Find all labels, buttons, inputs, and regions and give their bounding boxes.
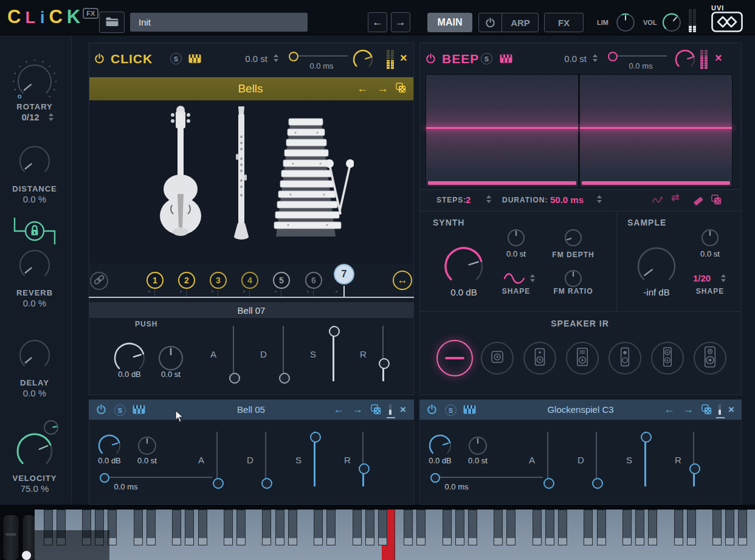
slot-button-6[interactable]: 6 [305, 272, 322, 289]
click-category-bar[interactable]: Bells ← → [89, 77, 413, 100]
slot-link-button[interactable] [90, 272, 108, 290]
layer2-sustain-slider[interactable] [641, 432, 649, 486]
slot-button-7-active[interactable]: 7 [334, 264, 354, 285]
volume-knob[interactable] [660, 11, 683, 36]
delay-knob[interactable] [18, 338, 52, 375]
push-sustain-slider[interactable] [329, 326, 337, 381]
push-release-slider[interactable] [379, 326, 387, 381]
velocity-value[interactable]: 75.0 % [0, 483, 69, 494]
randomize-curve-icon[interactable] [652, 196, 663, 207]
layer1-predelay-slider[interactable] [99, 473, 215, 482]
click-close-button[interactable]: × [400, 51, 407, 65]
layer1-prev-button[interactable]: ← [333, 403, 344, 416]
velocity-knob[interactable] [14, 430, 55, 474]
reverb-knob[interactable] [18, 248, 52, 285]
layer2-keyboard-icon[interactable] [463, 405, 476, 417]
layer1-name[interactable]: Bell 05 [182, 404, 320, 415]
duration-stepper[interactable] [597, 195, 602, 203]
sample-pitch-knob[interactable] [700, 227, 720, 251]
sample-shape-value[interactable]: 1/20 [693, 273, 711, 283]
synth-gain-knob[interactable] [441, 244, 486, 291]
push-decay-slider[interactable] [279, 326, 288, 381]
rotary-knob[interactable] [9, 56, 60, 109]
layer2-name[interactable]: Glockenspiel C3 [511, 404, 650, 415]
piano-key-black[interactable] [404, 510, 413, 545]
distance-knob[interactable] [18, 144, 52, 181]
piano-key-black[interactable] [648, 510, 657, 545]
layer1-close-button[interactable]: × [400, 404, 406, 416]
piano-key-black[interactable] [738, 510, 747, 545]
layer2-random-icon[interactable] [702, 404, 712, 417]
beep-close-button[interactable]: × [715, 51, 722, 65]
piano-key-black[interactable] [172, 510, 181, 545]
preset-prev-button[interactable]: ← [368, 12, 387, 32]
layer1-decay-slider[interactable] [261, 432, 270, 486]
slot-button-4[interactable]: 4 [241, 272, 258, 289]
layer1-random-icon[interactable] [371, 404, 381, 417]
click-solo-button[interactable]: S [170, 53, 182, 64]
speaker-ir-dual[interactable] [651, 342, 684, 375]
push-attack-slider[interactable] [229, 326, 238, 381]
click-pitch-stepper[interactable] [274, 54, 278, 62]
piano-key-black[interactable] [597, 510, 606, 545]
piano-key-black[interactable] [416, 510, 426, 545]
click-slot-name-bar[interactable]: Bell 07 [89, 302, 414, 318]
steps-stepper[interactable] [486, 195, 491, 203]
piano-key-black[interactable] [558, 510, 567, 545]
click-power-button[interactable] [94, 54, 105, 66]
slot-swap-button[interactable]: ↔ [393, 271, 412, 290]
layer1-solo-button[interactable]: S [114, 404, 126, 416]
layer2-solo-button[interactable]: S [445, 404, 457, 416]
steps-value[interactable]: 2 [466, 195, 471, 205]
layer1-next-button[interactable]: → [352, 403, 363, 416]
piano-key-black[interactable] [468, 510, 477, 545]
preset-next-button[interactable]: → [391, 12, 410, 32]
piano-key-black[interactable] [134, 510, 143, 545]
preset-name-field[interactable]: Init [130, 13, 308, 32]
loop-icon[interactable]: ⇄ [671, 192, 679, 203]
layer1-release-slider[interactable] [359, 432, 367, 486]
duration-value[interactable]: 50.0 ms [550, 195, 584, 205]
piano-key-black[interactable] [224, 510, 233, 545]
piano-key-black[interactable] [314, 510, 323, 545]
piano-key-black[interactable] [365, 510, 374, 545]
tab-arp[interactable]: ARP [502, 13, 539, 32]
layer2-power-button[interactable] [427, 404, 437, 417]
slot-button-2[interactable]: 2 [178, 272, 195, 289]
speaker-ir-ported[interactable] [566, 342, 599, 375]
beep-pan-knob[interactable] [674, 48, 697, 74]
layer1-power-button[interactable] [96, 404, 106, 417]
piano-key-black[interactable] [506, 510, 515, 545]
eraser-icon[interactable] [693, 195, 703, 208]
piano-key-black[interactable] [236, 510, 246, 545]
click-keyboard-icon[interactable] [188, 54, 201, 66]
arp-power-button[interactable] [479, 13, 502, 32]
beep-keyboard-icon[interactable] [500, 54, 512, 66]
layer1-sustain-slider[interactable] [310, 432, 319, 486]
piano-key-black[interactable] [326, 510, 336, 545]
synth-shape-sine-icon[interactable] [503, 273, 525, 286]
speaker-ir-large[interactable] [694, 342, 726, 375]
slot-button-3[interactable]: 3 [210, 272, 227, 289]
click-predelay-slider[interactable] [288, 52, 349, 60]
speaker-ir-cube[interactable] [481, 342, 514, 375]
slot-button-5[interactable]: 5 [273, 272, 290, 289]
tab-main[interactable]: MAIN [427, 13, 472, 32]
layer2-pitch-knob[interactable] [467, 435, 489, 459]
layer2-decay-slider[interactable] [592, 432, 601, 486]
piano-key-black[interactable] [455, 510, 464, 545]
layer2-close-button[interactable]: × [728, 404, 734, 416]
beep-pitch-value[interactable]: 0.0 st [553, 54, 587, 64]
beep-random-icon[interactable] [711, 195, 722, 207]
open-preset-button[interactable] [99, 12, 125, 33]
piano-key-black[interactable] [674, 510, 683, 545]
beep-predelay-slider[interactable] [607, 52, 668, 60]
beep-pitch-stepper[interactable] [593, 54, 598, 62]
piano-key-black[interactable] [288, 510, 297, 545]
layer1-attack-slider[interactable] [213, 432, 221, 486]
fm-depth-knob[interactable] [563, 227, 584, 251]
drag-dot[interactable] [22, 551, 31, 560]
tab-fx[interactable]: FX [544, 13, 584, 32]
piano-key-black[interactable] [185, 510, 194, 545]
pitch-wheel[interactable] [2, 514, 19, 560]
